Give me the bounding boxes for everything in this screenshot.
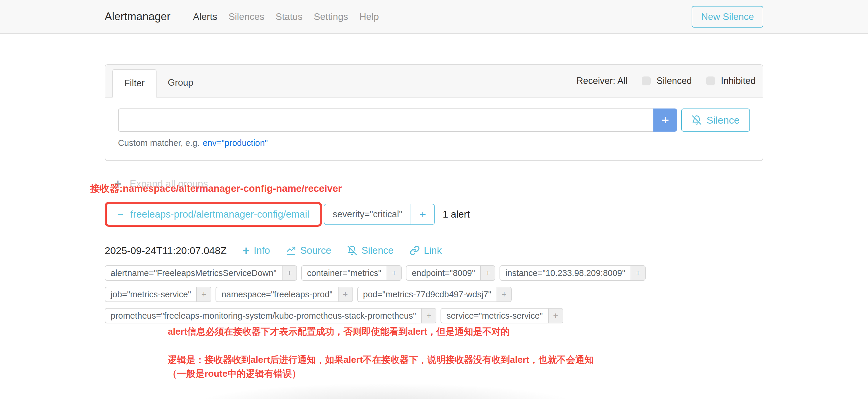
label-add-filter-button[interactable]: + bbox=[196, 287, 211, 302]
annotation-logic-line1: 逻辑是：接收器收到alert后进行通知，如果alert不在接收器下，说明接收器没… bbox=[168, 353, 593, 367]
label-tag-text[interactable]: endpoint="8009" bbox=[406, 266, 480, 280]
group-matcher: severity="critical" + bbox=[324, 204, 435, 225]
bell-slash-icon bbox=[347, 245, 357, 255]
matcher-example-link[interactable]: env="production" bbox=[203, 138, 268, 148]
nav-item-settings[interactable]: Settings bbox=[314, 11, 348, 22]
label-row: alertname="FreeleapsMetricsServiceDown" … bbox=[105, 265, 763, 281]
filter-card-body: + Silence Custom matcher, e bbox=[105, 97, 763, 160]
silenced-checkbox[interactable] bbox=[642, 76, 651, 85]
filter-card-header: Filter Group Receiver: All Silenced Inhi… bbox=[105, 65, 763, 97]
alert-info-label: Info bbox=[254, 245, 270, 256]
label-add-filter-button[interactable]: + bbox=[421, 309, 436, 323]
annotation-receiver-note: 接收器:namespace/altermanager-config-name/r… bbox=[90, 182, 342, 195]
label-tag-text[interactable]: alertname="FreeleapsMetricsServiceDown" bbox=[105, 266, 282, 280]
label-add-filter-button[interactable]: + bbox=[386, 266, 401, 280]
matcher-input[interactable] bbox=[118, 109, 653, 132]
label-tag-text[interactable]: container="metrics" bbox=[302, 266, 386, 280]
label-tag-service: service="metrics-service" + bbox=[440, 308, 563, 324]
label-tag-pod: pod="metrics-77d9cdb497-wdsj7" + bbox=[357, 287, 512, 302]
label-add-filter-button[interactable]: + bbox=[497, 287, 511, 302]
label-add-filter-button[interactable]: + bbox=[480, 266, 495, 280]
navbar: Alertmanager Alerts Silences Status Sett… bbox=[0, 0, 868, 34]
chart-line-icon bbox=[286, 245, 296, 255]
helper-prefix: Custom matcher, e.g. bbox=[118, 138, 200, 148]
add-matcher-button[interactable]: + bbox=[653, 109, 677, 132]
silenced-checkbox-group[interactable]: Silenced bbox=[642, 75, 692, 86]
inhibited-checkbox[interactable] bbox=[706, 76, 715, 85]
silence-filter-button[interactable]: Silence bbox=[681, 109, 750, 132]
matcher-input-row: + Silence bbox=[118, 109, 750, 132]
nav-item-status[interactable]: Status bbox=[276, 11, 303, 22]
label-tag-text[interactable]: service="metrics-service" bbox=[441, 309, 548, 323]
inhibited-checkbox-label: Inhibited bbox=[721, 75, 756, 86]
alert-labels: alertname="FreeleapsMetricsServiceDown" … bbox=[105, 265, 763, 324]
tab-filter[interactable]: Filter bbox=[112, 69, 157, 97]
group-matcher-add-button[interactable]: + bbox=[410, 204, 434, 224]
inhibited-checkbox-group[interactable]: Inhibited bbox=[706, 75, 756, 86]
bell-slash-icon bbox=[692, 115, 702, 125]
app-brand[interactable]: Alertmanager bbox=[105, 10, 170, 23]
label-tag-text[interactable]: prometheus="freeleaps-monitoring-system/… bbox=[105, 309, 421, 323]
minus-icon: − bbox=[117, 209, 123, 219]
alert-silence-link[interactable]: Silence bbox=[347, 245, 393, 256]
new-silence-button[interactable]: New Silence bbox=[692, 6, 763, 28]
alert-timestamp: 2025-09-24T11:20:07.048Z bbox=[105, 245, 226, 256]
matcher-helper-text: Custom matcher, e.g.env="production" bbox=[118, 138, 750, 148]
label-tag-container: container="metrics" + bbox=[301, 265, 402, 281]
alert-count: 1 alert bbox=[443, 209, 470, 220]
label-tag-prometheus: prometheus="freeleaps-monitoring-system/… bbox=[105, 308, 436, 324]
bottom-shadow bbox=[125, 379, 646, 399]
filter-card: Filter Group Receiver: All Silenced Inhi… bbox=[105, 64, 763, 161]
label-add-filter-button[interactable]: + bbox=[548, 309, 563, 323]
filter-tabs: Filter Group bbox=[112, 69, 205, 97]
label-add-filter-button[interactable]: + bbox=[282, 266, 297, 280]
annotation-logic-note: 逻辑是：接收器收到alert后进行通知，如果alert不在接收器下，说明接收器没… bbox=[168, 353, 593, 380]
plus-icon: + bbox=[243, 245, 249, 256]
nav-item-silences[interactable]: Silences bbox=[228, 11, 265, 22]
alert-header-row: 2025-09-24T11:20:07.048Z + Info Source bbox=[105, 245, 763, 256]
alert-source-link[interactable]: Source bbox=[286, 245, 332, 256]
group-receiver-label: freeleaps-prod/alertmanager-config/email bbox=[130, 209, 309, 220]
annotation-logic-line2: （一般是route中的逻辑有错误） bbox=[168, 367, 593, 380]
label-tag-namespace: namespace="freeleaps-prod" + bbox=[216, 287, 353, 302]
alert-permalink-label: Link bbox=[424, 245, 442, 256]
label-tag-alertname: alertname="FreeleapsMetricsServiceDown" … bbox=[105, 265, 297, 281]
annotation-alert-note: alert信息必须在接收器下才表示配置成功，否则即使能看到alert，但是通知是… bbox=[168, 326, 510, 338]
main-nav: Alerts Silences Status Settings Help bbox=[193, 11, 379, 22]
label-tag-instance: instance="10.233.98.209:8009" + bbox=[499, 265, 646, 281]
nav-item-alerts[interactable]: Alerts bbox=[193, 11, 217, 22]
label-tag-text[interactable]: namespace="freeleaps-prod" bbox=[216, 287, 338, 302]
alert-group-row: − freeleaps-prod/alertmanager-config/ema… bbox=[105, 202, 763, 227]
label-tag-job: job="metrics-service" + bbox=[105, 287, 211, 302]
group-matcher-label[interactable]: severity="critical" bbox=[324, 204, 410, 224]
label-tag-text[interactable]: instance="10.233.98.209:8009" bbox=[500, 266, 630, 280]
silenced-checkbox-label: Silenced bbox=[657, 75, 692, 86]
silence-filter-button-label: Silence bbox=[707, 115, 740, 126]
red-annotation-box: − freeleaps-prod/alertmanager-config/ema… bbox=[105, 202, 322, 227]
tab-group[interactable]: Group bbox=[157, 69, 205, 97]
label-add-filter-button[interactable]: + bbox=[338, 287, 352, 302]
label-add-filter-button[interactable]: + bbox=[630, 266, 645, 280]
alert-silence-label: Silence bbox=[361, 245, 393, 256]
group-receiver-button[interactable]: − freeleaps-prod/alertmanager-config/ema… bbox=[108, 205, 318, 223]
link-icon bbox=[410, 245, 420, 255]
label-tag-text[interactable]: job="metrics-service" bbox=[105, 287, 196, 302]
label-row: prometheus="freeleaps-monitoring-system/… bbox=[105, 308, 763, 324]
label-tag-text[interactable]: pod="metrics-77d9cdb497-wdsj7" bbox=[358, 287, 497, 302]
label-tag-endpoint: endpoint="8009" + bbox=[406, 265, 495, 281]
receiver-selector[interactable]: Receiver: All bbox=[577, 75, 627, 86]
plus-icon: + bbox=[420, 208, 426, 221]
filter-header-controls: Receiver: All Silenced Inhibited bbox=[577, 75, 756, 86]
nav-item-help[interactable]: Help bbox=[359, 11, 379, 22]
alert-source-label: Source bbox=[300, 245, 332, 256]
alert-info-link[interactable]: + Info bbox=[243, 245, 270, 256]
alert-permalink[interactable]: Link bbox=[410, 245, 442, 256]
label-row: job="metrics-service" + namespace="freel… bbox=[105, 287, 763, 302]
